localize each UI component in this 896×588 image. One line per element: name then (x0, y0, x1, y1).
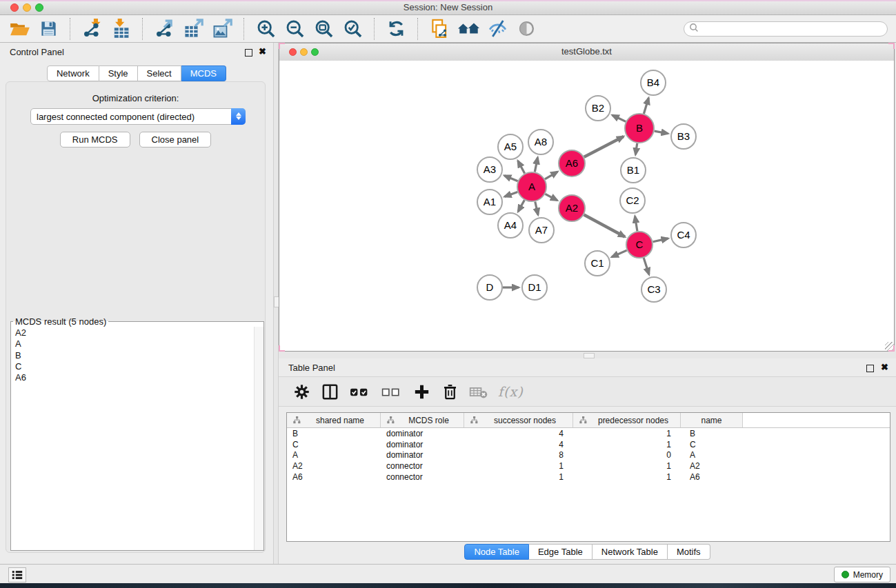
table-cell[interactable]: 1 (464, 472, 573, 482)
criterion-dropdown[interactable]: largest connected component (directed) (30, 108, 246, 125)
graph-node-A4[interactable]: A4 (498, 213, 523, 238)
network-graph[interactable]: B4B2BB3A5A8A6B1A3AC2A1A2A4A7C4CC1C3DD1 (279, 61, 894, 351)
graph-edge[interactable] (612, 250, 627, 257)
horizontal-splitter[interactable] (279, 352, 896, 358)
select-all-button[interactable] (349, 381, 370, 402)
table-cell[interactable]: A (287, 450, 381, 460)
graph-node-A2[interactable]: A2 (559, 195, 585, 221)
refresh-view-button[interactable] (385, 19, 408, 39)
add-column-button[interactable] (412, 381, 430, 402)
graph-edge[interactable] (644, 98, 648, 114)
graph-edge[interactable] (505, 192, 518, 196)
tab-motifs[interactable]: Motifs (668, 544, 710, 560)
table-cell[interactable]: A6 (681, 472, 743, 482)
graph-edge[interactable] (655, 131, 668, 134)
graph-node-A5[interactable]: A5 (498, 134, 523, 159)
tab-select[interactable]: Select (138, 65, 181, 81)
clone-network-button[interactable] (428, 19, 451, 39)
graph-edge[interactable] (535, 158, 537, 172)
column-header-predecessor-nodes[interactable]: predecessor nodes (573, 413, 681, 427)
graph-node-D[interactable]: D (477, 275, 502, 300)
result-scrollbar[interactable] (254, 327, 263, 550)
zoom-selected-button[interactable] (341, 19, 364, 39)
zoom-out-button[interactable] (283, 19, 306, 39)
show-all-button[interactable] (515, 19, 538, 39)
open-session-button[interactable] (8, 19, 31, 39)
graph-edge[interactable] (504, 176, 517, 181)
mcds-result-item[interactable]: A2 (15, 327, 255, 338)
mcds-result-item[interactable]: A (15, 338, 255, 349)
graph-node-B4[interactable]: B4 (641, 70, 666, 95)
graph-node-B3[interactable]: B3 (671, 124, 696, 149)
tab-network-table[interactable]: Network Table (593, 544, 668, 560)
function-builder-button[interactable]: f(x) (498, 384, 524, 399)
graph-edge[interactable] (584, 215, 625, 237)
table-row[interactable]: Bdominator41B (287, 428, 890, 439)
tab-style[interactable]: Style (99, 65, 138, 81)
tab-network[interactable]: Network (47, 65, 99, 81)
column-header-name[interactable]: name (681, 413, 743, 427)
task-history-button[interactable] (8, 567, 26, 582)
table-cell[interactable]: 8 (464, 450, 573, 460)
column-header-successor-nodes[interactable]: successor nodes (464, 413, 573, 427)
table-cell[interactable]: 1 (464, 461, 573, 471)
table-cell[interactable]: A2 (681, 461, 743, 471)
tab-node-table[interactable]: Node Table (464, 544, 529, 560)
graph-edge[interactable] (644, 258, 649, 274)
delete-table-button[interactable] (469, 381, 488, 402)
table-cell[interactable]: A2 (287, 461, 381, 471)
search-field[interactable] (684, 21, 888, 37)
run-mcds-button[interactable]: Run MCDS (60, 132, 130, 148)
export-image-button[interactable] (211, 19, 234, 39)
tab-mcds[interactable]: MCDS (181, 65, 226, 81)
graph-node-A8[interactable]: A8 (528, 130, 553, 154)
import-table-button[interactable] (110, 19, 132, 39)
table-cell[interactable]: 1 (573, 429, 681, 438)
deselect-all-button[interactable] (381, 381, 402, 402)
graph-node-A[interactable]: A (517, 172, 546, 201)
graph-edge[interactable] (545, 172, 557, 179)
graph-node-A6[interactable]: A6 (559, 150, 585, 176)
mcds-result-item[interactable]: B (15, 350, 255, 361)
table-cell[interactable]: C (287, 440, 381, 449)
table-row[interactable]: Adominator80A (287, 449, 890, 460)
close-panel-icon[interactable]: ✖ (259, 46, 266, 57)
table-row[interactable]: A6connector11A6 (287, 472, 890, 483)
graph-edge[interactable] (545, 194, 557, 200)
table-cell[interactable]: A6 (287, 472, 381, 482)
save-session-button[interactable] (37, 19, 60, 39)
mcds-result-list[interactable]: A2ABCA6 (11, 327, 255, 550)
graph-node-B2[interactable]: B2 (586, 96, 610, 121)
graph-node-A3[interactable]: A3 (477, 157, 502, 182)
memory-button[interactable]: Memory (834, 567, 890, 582)
split-panel-button[interactable] (321, 381, 339, 402)
graph-edge[interactable] (535, 201, 538, 214)
table-cell[interactable]: dominator (381, 440, 464, 449)
zoom-in-button[interactable] (255, 19, 277, 39)
graph-edge[interactable] (518, 161, 525, 173)
table-cell[interactable]: B (681, 429, 743, 438)
float-panel-icon[interactable] (245, 49, 252, 57)
graph-node-A1[interactable]: A1 (477, 190, 502, 214)
table-cell[interactable]: connector (381, 472, 464, 482)
export-network-button[interactable] (153, 19, 176, 39)
network-canvas[interactable]: B4B2BB3A5A8A6B1A3AC2A1A2A4A7C4CC1C3DD1 (279, 61, 894, 351)
graph-node-B1[interactable]: B1 (621, 158, 646, 183)
table-cell[interactable]: 1 (573, 472, 681, 482)
mcds-result-item[interactable]: C (15, 361, 255, 372)
table-close-icon[interactable]: ✖ (881, 362, 888, 372)
graph-edge[interactable] (518, 200, 524, 212)
graph-node-D1[interactable]: D1 (522, 275, 547, 300)
graph-edge[interactable] (635, 216, 637, 232)
table-cell[interactable]: dominator (381, 450, 464, 460)
table-cell[interactable]: 1 (573, 461, 681, 471)
tab-edge-table[interactable]: Edge Table (529, 544, 593, 560)
graph-edge[interactable] (584, 136, 624, 157)
graph-node-C3[interactable]: C3 (641, 277, 666, 302)
graph-edge[interactable] (613, 115, 626, 121)
table-cell[interactable]: connector (381, 461, 464, 471)
table-row[interactable]: A2connector11A2 (287, 460, 890, 472)
table-row[interactable]: Cdominator41C (287, 439, 890, 450)
home-neighbors-button[interactable] (457, 19, 480, 39)
node-table[interactable]: shared nameMCDS rolesuccessor nodesprede… (286, 412, 890, 542)
